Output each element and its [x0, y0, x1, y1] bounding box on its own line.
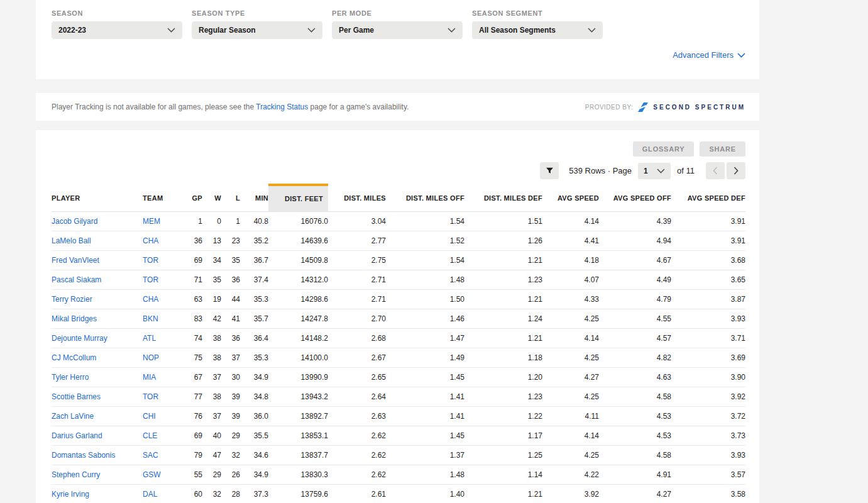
stat-cell: 83 — [177, 309, 202, 328]
previous-page-button[interactable] — [706, 162, 725, 179]
player-link[interactable]: LaMelo Ball — [52, 236, 91, 245]
team-link[interactable]: ATL — [143, 334, 156, 343]
column-header-avg-speed-def[interactable]: AVG SPEED DEF — [671, 185, 745, 211]
team-link[interactable]: CHI — [143, 412, 156, 421]
column-header-dist-miles-def[interactable]: DIST. MILES DEF — [464, 185, 542, 211]
page-select[interactable]: 1 — [638, 163, 671, 179]
team-link[interactable]: MEM — [143, 217, 160, 226]
team-link[interactable]: TOR — [143, 392, 158, 401]
column-header-dist-feet[interactable]: DIST. FEET — [268, 185, 328, 211]
player-link[interactable]: Scottie Barnes — [52, 392, 101, 401]
stat-cell: 4.67 — [599, 250, 671, 270]
player-link[interactable]: Tyler Herro — [52, 373, 89, 382]
stat-cell: 39 — [221, 406, 240, 426]
stat-cell: 34 — [202, 250, 221, 270]
team-link[interactable]: MIA — [143, 373, 156, 382]
stat-cell: 4.27 — [542, 367, 599, 387]
player-link[interactable]: Pascal Siakam — [52, 275, 101, 284]
team-cell: TOR — [143, 250, 177, 270]
player-link[interactable]: Jacob Gilyard — [52, 217, 97, 226]
stat-cell: 4.53 — [599, 426, 671, 445]
stat-cell: 36 — [221, 270, 240, 289]
stat-cell: 35.3 — [240, 348, 268, 367]
stat-cell: 1.48 — [386, 270, 464, 289]
stat-cell: 41 — [221, 309, 240, 328]
player-link[interactable]: Terry Rozier — [52, 295, 92, 304]
filter-button[interactable] — [540, 162, 559, 179]
filters-panel: SEASON 2022-23 SEASON TYPE Regular Seaso… — [36, 0, 759, 79]
team-link[interactable]: TOR — [143, 256, 158, 265]
player-cell: Terry Rozier — [52, 289, 143, 309]
column-header-team[interactable]: TEAM — [143, 185, 177, 211]
column-header-w[interactable]: W — [202, 185, 221, 211]
player-link[interactable]: Domantas Sabonis — [52, 451, 115, 460]
stat-cell: 3.92 — [671, 387, 745, 406]
stat-cell: 1.17 — [464, 426, 542, 445]
page-of-text: of 11 — [677, 166, 695, 175]
team-link[interactable]: NOP — [143, 353, 159, 362]
share-button[interactable]: SHARE — [700, 141, 745, 157]
column-header-min[interactable]: MIN — [240, 185, 268, 211]
player-cell: Fred VanVleet — [52, 250, 143, 270]
column-header-dist-miles-off[interactable]: DIST. MILES OFF — [386, 185, 464, 211]
stat-cell: 2.62 — [328, 426, 386, 445]
column-header-l[interactable]: L — [221, 185, 240, 211]
stat-cell: 3.91 — [671, 231, 745, 250]
column-header-avg-speed-off[interactable]: AVG SPEED OFF — [599, 185, 671, 211]
stat-cell: 3.68 — [671, 250, 745, 270]
column-header-player[interactable]: PLAYER — [52, 185, 143, 211]
table-row: Stephen CurryGSW55292634.913830.32.621.4… — [52, 465, 745, 484]
stat-cell: 29 — [221, 426, 240, 445]
table-row: Tyler HerroMIA67373034.913990.92.651.451… — [52, 367, 745, 387]
tracking-status-link[interactable]: Tracking Status — [256, 102, 308, 111]
team-link[interactable]: CHA — [143, 295, 158, 304]
advanced-filters-link[interactable]: Advanced Filters — [673, 50, 745, 60]
column-header-dist-miles[interactable]: DIST. MILES — [328, 185, 386, 211]
chevron-down-icon — [448, 28, 456, 33]
chevron-down-icon — [737, 53, 745, 58]
team-link[interactable]: TOR — [143, 275, 158, 284]
stat-cell: 1.41 — [386, 406, 464, 426]
player-link[interactable]: Zach LaVine — [52, 412, 94, 421]
team-link[interactable]: GSW — [143, 470, 161, 479]
stat-cell: 34.8 — [240, 387, 268, 406]
stat-cell: 4.49 — [599, 270, 671, 289]
team-link[interactable]: DAL — [143, 490, 157, 499]
stat-cell: 37 — [221, 348, 240, 367]
stat-cell: 1.26 — [464, 231, 542, 250]
stat-cell: 4.25 — [542, 348, 599, 367]
season-type-dropdown[interactable]: Regular Season — [192, 21, 322, 39]
team-link[interactable]: BKN — [143, 314, 158, 323]
team-link[interactable]: CLE — [143, 431, 157, 440]
stat-cell: 3.72 — [671, 406, 745, 426]
stat-cell: 4.58 — [599, 387, 671, 406]
column-header-avg-speed[interactable]: AVG SPEED — [542, 185, 599, 211]
player-link[interactable]: Fred VanVleet — [52, 256, 99, 265]
stat-cell: 2.70 — [328, 309, 386, 328]
player-link[interactable]: CJ McCollum — [52, 353, 96, 362]
stat-cell: 4.14 — [542, 426, 599, 445]
player-cell: Scottie Barnes — [52, 387, 143, 406]
glossary-button[interactable]: GLOSSARY — [633, 141, 695, 157]
team-link[interactable]: SAC — [143, 451, 158, 460]
season-segment-dropdown[interactable]: All Season Segments — [472, 21, 603, 39]
per-mode-dropdown[interactable]: Per Game — [332, 21, 463, 39]
column-header-gp[interactable]: GP — [177, 185, 202, 211]
table-row: CJ McCollumNOP75383735.314100.02.671.491… — [52, 348, 745, 367]
provider-name: SECOND SPECTRUM — [653, 104, 745, 111]
team-cell: SAC — [143, 445, 177, 465]
stat-cell: 14639.6 — [268, 231, 328, 250]
season-dropdown[interactable]: 2022-23 — [52, 21, 182, 39]
stat-cell: 1.14 — [464, 465, 542, 484]
player-link[interactable]: Stephen Curry — [52, 470, 100, 479]
player-link[interactable]: Darius Garland — [52, 431, 102, 440]
player-link[interactable]: Kyrie Irving — [52, 490, 89, 499]
stat-cell: 1 — [221, 211, 240, 231]
stat-cell: 1.41 — [386, 387, 464, 406]
team-link[interactable]: CHA — [143, 236, 158, 245]
player-link[interactable]: Mikal Bridges — [52, 314, 97, 323]
chevron-down-icon — [657, 169, 665, 174]
next-page-button[interactable] — [727, 162, 745, 179]
player-link[interactable]: Dejounte Murray — [52, 334, 107, 343]
stat-cell: 44 — [221, 289, 240, 309]
